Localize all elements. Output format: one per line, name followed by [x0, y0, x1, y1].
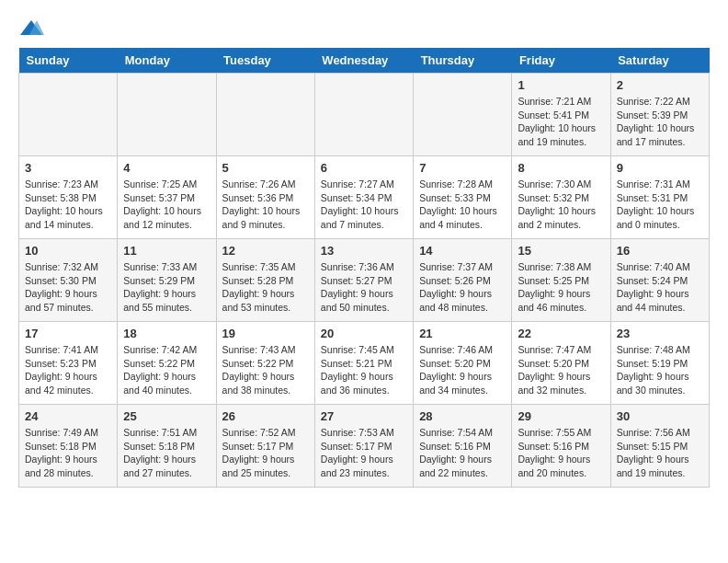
- day-number: 23: [617, 327, 703, 340]
- day-info: Sunrise: 7:36 AM Sunset: 5:27 PM Dayligh…: [321, 260, 407, 315]
- day-info: Sunrise: 7:49 AM Sunset: 5:18 PM Dayligh…: [25, 426, 111, 480]
- day-info: Sunrise: 7:41 AM Sunset: 5:23 PM Dayligh…: [25, 343, 111, 397]
- calendar-cell: 9Sunrise: 7:31 AM Sunset: 5:31 PM Daylig…: [610, 156, 709, 239]
- day-info: Sunrise: 7:52 AM Sunset: 5:17 PM Dayligh…: [222, 426, 309, 480]
- day-info: Sunrise: 7:48 AM Sunset: 5:19 PM Dayligh…: [617, 343, 703, 397]
- calendar-week-4: 17Sunrise: 7:41 AM Sunset: 5:23 PM Dayli…: [19, 322, 710, 405]
- calendar-cell: 23Sunrise: 7:48 AM Sunset: 5:19 PM Dayli…: [610, 322, 709, 405]
- day-number: 28: [419, 409, 506, 423]
- calendar-cell: [216, 74, 314, 156]
- day-info: Sunrise: 7:40 AM Sunset: 5:24 PM Dayligh…: [617, 260, 703, 315]
- day-info: Sunrise: 7:38 AM Sunset: 5:25 PM Dayligh…: [518, 260, 604, 315]
- day-number: 26: [222, 409, 309, 423]
- calendar-cell: 21Sunrise: 7:46 AM Sunset: 5:20 PM Dayli…: [414, 322, 512, 405]
- calendar-cell: [314, 74, 413, 156]
- day-number: 13: [321, 244, 407, 258]
- day-number: 12: [222, 244, 309, 258]
- calendar-cell: 19Sunrise: 7:43 AM Sunset: 5:22 PM Dayli…: [216, 322, 314, 405]
- calendar-cell: 14Sunrise: 7:37 AM Sunset: 5:26 PM Dayli…: [414, 239, 512, 322]
- day-info: Sunrise: 7:31 AM Sunset: 5:31 PM Dayligh…: [617, 178, 703, 232]
- day-number: 9: [617, 161, 703, 175]
- calendar-header-row: SundayMondayTuesdayWednesdayThursdayFrid…: [19, 48, 710, 74]
- day-number: 30: [617, 409, 703, 423]
- day-info: Sunrise: 7:51 AM Sunset: 5:18 PM Dayligh…: [123, 426, 210, 480]
- calendar-cell: 24Sunrise: 7:49 AM Sunset: 5:18 PM Dayli…: [19, 405, 118, 488]
- col-header-thursday: Thursday: [414, 48, 512, 74]
- day-number: 19: [222, 327, 309, 340]
- calendar-cell: 25Sunrise: 7:51 AM Sunset: 5:18 PM Dayli…: [118, 405, 216, 488]
- day-number: 16: [617, 244, 703, 258]
- day-number: 21: [419, 327, 506, 340]
- col-header-wednesday: Wednesday: [314, 48, 413, 74]
- day-number: 22: [518, 327, 604, 340]
- day-number: 29: [518, 409, 604, 423]
- calendar-cell: 30Sunrise: 7:56 AM Sunset: 5:15 PM Dayli…: [610, 405, 709, 488]
- day-number: 24: [25, 409, 111, 423]
- day-number: 4: [123, 161, 210, 175]
- calendar-cell: 26Sunrise: 7:52 AM Sunset: 5:17 PM Dayli…: [216, 405, 314, 488]
- day-number: 3: [25, 161, 111, 175]
- day-number: 20: [321, 327, 407, 340]
- day-info: Sunrise: 7:55 AM Sunset: 5:16 PM Dayligh…: [518, 426, 604, 480]
- day-info: Sunrise: 7:28 AM Sunset: 5:33 PM Dayligh…: [419, 178, 506, 232]
- calendar-cell: 1Sunrise: 7:21 AM Sunset: 5:41 PM Daylig…: [512, 74, 610, 156]
- day-number: 17: [25, 327, 111, 340]
- col-header-saturday: Saturday: [610, 48, 709, 74]
- day-info: Sunrise: 7:53 AM Sunset: 5:17 PM Dayligh…: [321, 426, 407, 480]
- calendar-cell: 16Sunrise: 7:40 AM Sunset: 5:24 PM Dayli…: [610, 239, 709, 322]
- calendar-week-5: 24Sunrise: 7:49 AM Sunset: 5:18 PM Dayli…: [19, 405, 710, 488]
- calendar-cell: [118, 74, 216, 156]
- calendar-cell: 3Sunrise: 7:23 AM Sunset: 5:38 PM Daylig…: [19, 156, 118, 239]
- day-number: 5: [222, 161, 309, 175]
- day-info: Sunrise: 7:35 AM Sunset: 5:28 PM Dayligh…: [222, 260, 309, 315]
- calendar-cell: 28Sunrise: 7:54 AM Sunset: 5:16 PM Dayli…: [414, 405, 512, 488]
- generalblue-logo-icon: [18, 18, 44, 39]
- calendar-cell: 17Sunrise: 7:41 AM Sunset: 5:23 PM Dayli…: [19, 322, 118, 405]
- day-number: 7: [419, 161, 506, 175]
- day-info: Sunrise: 7:26 AM Sunset: 5:36 PM Dayligh…: [222, 178, 309, 232]
- day-info: Sunrise: 7:37 AM Sunset: 5:26 PM Dayligh…: [419, 260, 506, 315]
- day-info: Sunrise: 7:22 AM Sunset: 5:39 PM Dayligh…: [617, 95, 703, 149]
- day-info: Sunrise: 7:56 AM Sunset: 5:15 PM Dayligh…: [617, 426, 703, 480]
- day-info: Sunrise: 7:47 AM Sunset: 5:20 PM Dayligh…: [518, 343, 604, 397]
- day-info: Sunrise: 7:25 AM Sunset: 5:37 PM Dayligh…: [123, 178, 210, 232]
- calendar-cell: 12Sunrise: 7:35 AM Sunset: 5:28 PM Dayli…: [216, 239, 314, 322]
- day-number: 1: [518, 78, 604, 92]
- day-info: Sunrise: 7:32 AM Sunset: 5:30 PM Dayligh…: [25, 260, 111, 315]
- calendar-cell: 8Sunrise: 7:30 AM Sunset: 5:32 PM Daylig…: [512, 156, 610, 239]
- day-info: Sunrise: 7:42 AM Sunset: 5:22 PM Dayligh…: [123, 343, 210, 397]
- col-header-tuesday: Tuesday: [216, 48, 314, 74]
- calendar-cell: 6Sunrise: 7:27 AM Sunset: 5:34 PM Daylig…: [314, 156, 413, 239]
- logo: [18, 18, 48, 39]
- calendar-cell: 20Sunrise: 7:45 AM Sunset: 5:21 PM Dayli…: [314, 322, 413, 405]
- day-number: 18: [123, 327, 210, 340]
- calendar-cell: 5Sunrise: 7:26 AM Sunset: 5:36 PM Daylig…: [216, 156, 314, 239]
- calendar-cell: 27Sunrise: 7:53 AM Sunset: 5:17 PM Dayli…: [314, 405, 413, 488]
- calendar-week-1: 1Sunrise: 7:21 AM Sunset: 5:41 PM Daylig…: [19, 74, 710, 156]
- day-info: Sunrise: 7:33 AM Sunset: 5:29 PM Dayligh…: [123, 260, 210, 315]
- day-info: Sunrise: 7:30 AM Sunset: 5:32 PM Dayligh…: [518, 178, 604, 232]
- day-number: 15: [518, 244, 604, 258]
- day-info: Sunrise: 7:23 AM Sunset: 5:38 PM Dayligh…: [25, 178, 111, 232]
- col-header-sunday: Sunday: [19, 48, 118, 74]
- day-info: Sunrise: 7:27 AM Sunset: 5:34 PM Dayligh…: [321, 178, 407, 232]
- calendar-week-3: 10Sunrise: 7:32 AM Sunset: 5:30 PM Dayli…: [19, 239, 710, 322]
- calendar-cell: 7Sunrise: 7:28 AM Sunset: 5:33 PM Daylig…: [414, 156, 512, 239]
- day-info: Sunrise: 7:21 AM Sunset: 5:41 PM Dayligh…: [518, 95, 604, 149]
- day-number: 25: [123, 409, 210, 423]
- calendar-cell: 10Sunrise: 7:32 AM Sunset: 5:30 PM Dayli…: [19, 239, 118, 322]
- day-number: 8: [518, 161, 604, 175]
- calendar-cell: 15Sunrise: 7:38 AM Sunset: 5:25 PM Dayli…: [512, 239, 610, 322]
- page-header: [18, 18, 710, 39]
- day-info: Sunrise: 7:46 AM Sunset: 5:20 PM Dayligh…: [419, 343, 506, 397]
- calendar-cell: 22Sunrise: 7:47 AM Sunset: 5:20 PM Dayli…: [512, 322, 610, 405]
- day-number: 6: [321, 161, 407, 175]
- calendar-cell: 11Sunrise: 7:33 AM Sunset: 5:29 PM Dayli…: [118, 239, 216, 322]
- calendar-cell: 29Sunrise: 7:55 AM Sunset: 5:16 PM Dayli…: [512, 405, 610, 488]
- day-info: Sunrise: 7:43 AM Sunset: 5:22 PM Dayligh…: [222, 343, 309, 397]
- col-header-friday: Friday: [512, 48, 610, 74]
- col-header-monday: Monday: [118, 48, 216, 74]
- day-info: Sunrise: 7:45 AM Sunset: 5:21 PM Dayligh…: [321, 343, 407, 397]
- day-number: 14: [419, 244, 506, 258]
- calendar-cell: [19, 74, 118, 156]
